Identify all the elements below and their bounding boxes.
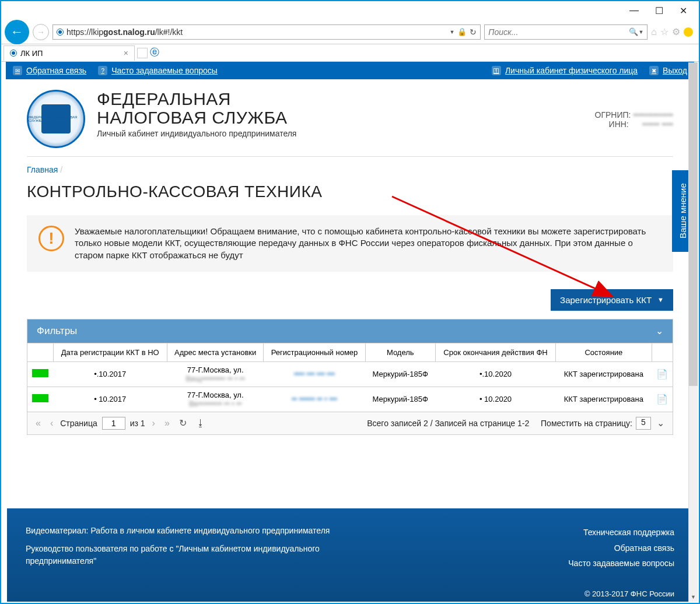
url-dropdown-icon[interactable]: ▼ — [449, 29, 454, 35]
url-text: https://lkipgost.nalog.ru/lk#!/kkt — [66, 27, 446, 37]
search-input[interactable] — [488, 27, 629, 37]
ie-icon[interactable]: ⓔ — [150, 47, 159, 59]
tab-favicon — [10, 50, 17, 57]
column-header[interactable]: Состояние — [556, 343, 652, 361]
cell-date: • 10.2017 — [53, 387, 167, 412]
nav-faq[interactable]: ?Часто задаваемые вопросы — [98, 66, 218, 75]
key-icon: ⚿ — [492, 66, 501, 75]
filters-label: Фильтры — [37, 325, 77, 337]
cell-state: ККТ зарегистрирована — [556, 387, 652, 412]
warning-icon: ! — [38, 226, 64, 251]
last-page-button[interactable]: » — [162, 418, 172, 429]
minimize-icon[interactable]: — — [629, 5, 639, 16]
maximize-icon[interactable]: ☐ — [655, 5, 663, 16]
row-action-icon[interactable]: 📄 — [656, 394, 668, 404]
chevron-down-icon: ⌄ — [656, 325, 663, 336]
refresh-button[interactable]: ↻ — [177, 417, 189, 429]
address-bar[interactable]: https://lkipgost.nalog.ru/lk#!/kkt ▼ 🔒 ↻ — [52, 24, 481, 40]
search-icon[interactable]: 🔍 — [629, 27, 638, 36]
breadcrumb: Главная/ — [27, 157, 673, 178]
user-info: ОГРНИП: •••••••••••••• ИНН: •••••• •••• — [595, 90, 673, 129]
cell-address: 77-Г.Москва, ул.Вещ••••••••• •• • •• — [167, 361, 263, 387]
smiley-icon[interactable] — [684, 27, 693, 37]
lock-icon: 🔒 — [457, 27, 467, 36]
cell-regnum: •• •••••• •• • ••• — [264, 387, 365, 412]
window-controls: — ☐ ✕ — [618, 1, 699, 20]
back-button[interactable]: ← — [5, 20, 29, 44]
row-action-icon[interactable]: 📄 — [656, 369, 668, 379]
cell-expiry: • 10.2020 — [435, 387, 555, 412]
column-header[interactable]: Дата регистрации ККТ в НО — [53, 343, 167, 361]
register-kkt-button[interactable]: Зарегистрировать ККТ▼ — [551, 289, 673, 311]
footer-link-feedback[interactable]: Обратная связь — [568, 540, 674, 556]
footer-link-manual[interactable]: Руководство пользователя по работе с "Ли… — [26, 543, 341, 567]
close-icon[interactable]: ✕ — [680, 5, 687, 16]
tab-title: ЛК ИП — [20, 49, 43, 58]
browser-toolbar: ← → https://lkipgost.nalog.ru/lk#!/kkt ▼… — [1, 20, 699, 44]
status-indicator — [32, 369, 48, 377]
nav-exit[interactable]: ✖Выход — [649, 66, 687, 75]
download-button[interactable]: ⭳ — [194, 418, 208, 429]
cell-state: ККТ зарегистрирована — [556, 361, 652, 387]
tab-close-icon[interactable]: × — [124, 48, 128, 58]
envelope-icon: ✉ — [13, 66, 22, 75]
footer-link-faq[interactable]: Часто задаваемые вопросы — [568, 556, 674, 571]
kkt-table: Дата регистрации ККТ в НОАдрес места уст… — [27, 343, 673, 412]
scroll-thumb[interactable] — [689, 62, 698, 386]
per-page-label: Поместить на страницу: — [541, 419, 632, 428]
column-header[interactable]: Регистрационный номер — [264, 343, 365, 361]
search-bar[interactable]: 🔍 ▼ — [484, 24, 648, 40]
org-title: ФЕДЕРАЛЬНАЯНАЛОГОВАЯ СЛУЖБА — [97, 90, 296, 127]
column-header[interactable] — [652, 343, 673, 361]
breadcrumb-home[interactable]: Главная — [27, 165, 58, 174]
cell-regnum: •••• ••• ••• ••• — [264, 361, 365, 387]
table-row[interactable]: •.10.201777-Г.Москва, ул.Вещ••••••••• ••… — [27, 361, 673, 387]
scroll-down-icon[interactable]: ▼ — [689, 592, 698, 602]
cell-model: Меркурий-185Ф — [365, 387, 435, 412]
cell-model: Меркурий-185Ф — [365, 361, 435, 387]
org-subtitle: Личный кабинет индивидуального предприни… — [97, 129, 296, 138]
site-icon — [57, 29, 64, 36]
copyright: © 2013-2017 ФНС России — [584, 589, 674, 598]
forward-button[interactable]: → — [33, 24, 49, 40]
favorites-icon[interactable]: ☆ — [660, 26, 668, 37]
page-navbar: ✉Обратная связь ?Часто задаваемые вопрос… — [6, 62, 694, 79]
page-input[interactable] — [102, 417, 125, 430]
prev-page-button[interactable]: ‹ — [48, 418, 55, 429]
per-page-dropdown[interactable]: ⌄ — [654, 417, 667, 429]
nav-personal[interactable]: ⚿Личный кабинет физического лица — [492, 66, 638, 75]
reload-icon[interactable]: ↻ — [470, 27, 477, 37]
column-header[interactable]: Модель — [365, 343, 435, 361]
footer-link-video[interactable]: Видеоматериал: Работа в личном кабинете … — [26, 525, 341, 537]
search-dropdown-icon[interactable]: ▼ — [638, 29, 643, 35]
column-header[interactable] — [27, 343, 54, 361]
cell-date: •.10.2017 — [53, 361, 167, 387]
tabs-bar: ЛК ИП × ⓔ — [1, 44, 699, 62]
column-header[interactable]: Срок окончания действия ФН — [435, 343, 555, 361]
chevron-down-icon: ▼ — [657, 296, 664, 303]
question-icon: ? — [98, 66, 107, 75]
footer-link-support[interactable]: Техническая поддержка — [568, 525, 674, 540]
page-footer: Видеоматериал: Работа в личном кабинете … — [7, 508, 693, 602]
exit-icon: ✖ — [649, 66, 659, 75]
notice-text: Уважаемые налогоплательщики! Обращаем вн… — [75, 226, 662, 261]
first-page-button[interactable]: « — [33, 418, 43, 429]
nav-feedback[interactable]: ✉Обратная связь — [13, 66, 86, 75]
filters-panel[interactable]: Фильтры ⌄ — [27, 319, 673, 343]
status-indicator — [32, 394, 48, 402]
page-title: КОНТРОЛЬНО-КАССОВАЯ ТЕХНИКА — [27, 182, 673, 201]
table-row[interactable]: • 10.201777-Г.Москва, ул.Ве••••••••• •• … — [27, 387, 673, 412]
home-icon[interactable]: ⌂ — [651, 27, 657, 37]
browser-tab[interactable]: ЛК ИП × — [4, 45, 135, 61]
gear-icon[interactable]: ⚙ — [672, 26, 680, 37]
column-header[interactable]: Адрес места установки — [167, 343, 263, 361]
new-tab-button[interactable] — [137, 48, 148, 58]
page-label: Страница — [60, 419, 97, 428]
notice-box: ! Уважаемые налогоплательщики! Обращаем … — [27, 215, 673, 272]
pagination-bar: « ‹ Страница из 1 › » ↻ ⭳ Всего записей … — [27, 412, 673, 435]
next-page-button[interactable]: › — [150, 418, 158, 429]
cell-expiry: •.10.2020 — [435, 361, 555, 387]
page-header: ФЕДЕРАЛЬНАЯНАЛОГОВАЯ СЛУЖБА Личный кабин… — [27, 85, 673, 157]
vertical-scrollbar[interactable]: ▲ ▼ — [688, 62, 698, 602]
per-page-value: 5 — [636, 417, 651, 430]
